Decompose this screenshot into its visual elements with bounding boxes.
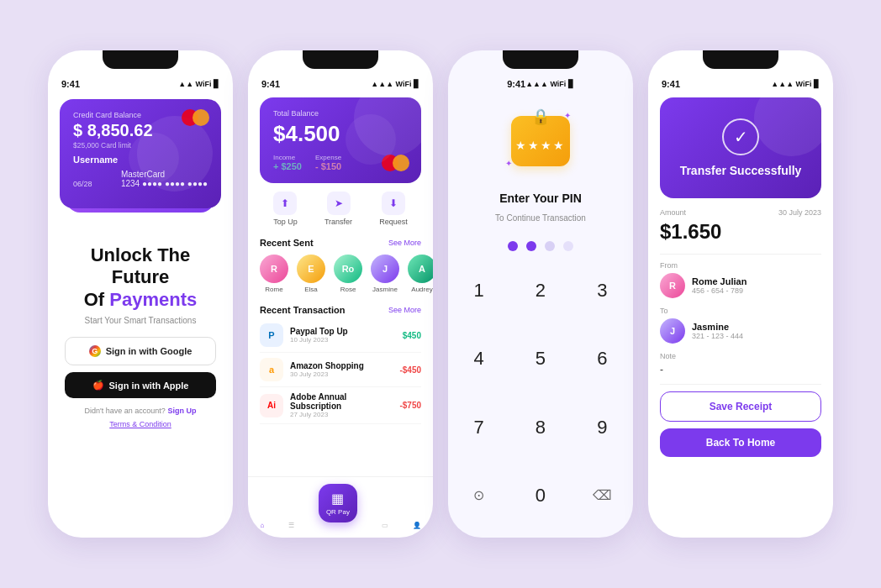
key-3[interactable]: 3 <box>572 265 633 317</box>
card-expiry: 06/28 <box>73 180 92 188</box>
tx-date-paypal: 10 July 2023 <box>290 336 396 344</box>
balance-card: Total Balance $4.500 Income + $250 Expen… <box>260 97 421 183</box>
transfer-button[interactable]: ➤ Transfer <box>324 192 352 226</box>
mc-orange-2 <box>393 155 409 171</box>
action-buttons: ⬆ Top Up ➤ Transfer ⬇ Request <box>248 183 433 231</box>
tx-icon-amazon: a <box>260 358 283 381</box>
unlock-line1: Unlock The Future <box>91 244 191 287</box>
key-2[interactable]: 2 <box>509 265 571 317</box>
request-icon: ⬇ <box>382 192 405 215</box>
status-bar-4: 9:41 ▲▲▲ WiFi ▊ <box>648 74 833 91</box>
to-name: Jasmine <box>692 322 743 332</box>
status-time-4: 9:41 <box>662 79 680 89</box>
nav-home[interactable]: ⌂ <box>260 522 264 529</box>
pin-dots <box>508 241 573 251</box>
google-icon: G <box>89 345 101 357</box>
key-1[interactable]: 1 <box>448 265 509 317</box>
sparkle-icon-2: ✦ <box>505 159 512 168</box>
profile-icon: 👤 <box>413 522 421 529</box>
qr-label: QR Pay <box>326 508 350 516</box>
name-rome: Rome <box>265 286 282 293</box>
pin-box-container: ★★★★ ✦ ✦ <box>499 108 583 175</box>
transfer-label: Transfer <box>324 218 352 226</box>
key-7[interactable]: 7 <box>448 402 509 454</box>
status-icons-4: ▲▲▲ WiFi ▊ <box>771 80 820 88</box>
key-backspace[interactable]: ⌫ <box>572 470 633 522</box>
phone-notch-2 <box>303 50 378 69</box>
mc-orange-circle <box>193 109 209 126</box>
note-value: - <box>660 364 821 375</box>
key-5[interactable]: 5 <box>509 333 571 385</box>
pin-stars: ★★★★ <box>515 139 566 152</box>
key-8[interactable]: 8 <box>509 402 571 454</box>
status-icons-1: ▲▲ WiFi ▊ <box>178 80 219 88</box>
login-body: Unlock The Future Of Payments Start Your… <box>48 221 233 538</box>
expense-val: - $150 <box>315 161 341 171</box>
qr-icon: ▦ <box>331 491 344 507</box>
credit-card: Credit Card Balance $ 8,850.62 $25,000 C… <box>60 99 221 208</box>
recent-tx-header: Recent Transaction See More <box>248 298 433 318</box>
key-6[interactable]: 6 <box>572 333 633 385</box>
name-elsa: Elsa <box>304 286 318 293</box>
avatar-audrey: A <box>408 255 433 283</box>
expense-label: Expense <box>315 154 341 161</box>
recent-sent-list: R Rome E Elsa Ro Rose J Jasmine A Audr <box>248 251 433 298</box>
income-val: + $250 <box>273 161 302 171</box>
pin-illustration: ★★★★ ✦ ✦ Enter Your PIN To Continue Tran… <box>495 108 586 258</box>
sent-rose: Ro Rose <box>334 255 362 293</box>
recent-tx-see-more[interactable]: See More <box>388 306 421 314</box>
google-signin-button[interactable]: G Sign in with Google <box>65 337 216 365</box>
balance-label: Total Balance <box>273 109 408 118</box>
topup-button[interactable]: ⬆ Top Up <box>273 192 298 226</box>
receipt-amount: $1.650 <box>660 220 821 244</box>
key-biometric[interactable]: ⊙ <box>448 470 509 522</box>
unlock-highlight: Payments <box>109 289 197 310</box>
card-icon: ▭ <box>382 522 388 529</box>
receipt-divider-2 <box>660 384 821 385</box>
receipt-from: From R Rome Julian 456 - 654 - 789 <box>660 261 821 298</box>
avatar-jasmine: J <box>371 255 399 283</box>
nav-profile[interactable]: 👤 <box>413 522 421 529</box>
key-4[interactable]: 4 <box>448 333 509 385</box>
tx-amount-amazon: -$450 <box>399 365 421 375</box>
to-label: To <box>660 307 821 315</box>
apple-signin-button[interactable]: 🍎 Sign in with Apple <box>65 372 216 398</box>
amount-label: Amount <box>660 208 686 217</box>
key-9[interactable]: 9 <box>572 402 633 454</box>
home-icon: ⌂ <box>260 522 264 529</box>
phone-notch-4 <box>703 50 778 69</box>
key-0[interactable]: 0 <box>509 470 571 522</box>
terms-link[interactable]: Terms & Condition <box>109 420 171 428</box>
nav-docs[interactable]: ☰ <box>288 522 294 529</box>
tx-date-amazon: 30 July 2023 <box>290 370 393 378</box>
topup-label: Top Up <box>273 218 298 226</box>
request-button[interactable]: ⬇ Request <box>379 192 408 226</box>
nav-card[interactable]: ▭ <box>382 522 388 529</box>
pin-subtitle: To Continue Transaction <box>495 213 586 223</box>
from-avatar: R <box>660 273 685 298</box>
card-number: MasterCard1234 ●●●● ●●●● ●●●● <box>121 170 208 188</box>
nav-qr-button[interactable]: ▦ QR Pay <box>319 484 357 522</box>
save-receipt-button[interactable]: Save Receipt <box>660 391 821 422</box>
tx-adobe: Ai Adobe Annual Subscription 27 July 202… <box>260 387 421 424</box>
tx-paypal: P Paypal Top Up 10 July 2023 $450 <box>260 318 421 353</box>
google-signin-label: Sign in with Google <box>106 346 193 356</box>
signup-link[interactable]: Sign Up <box>167 407 196 415</box>
tx-name-adobe: Adobe Annual Subscription <box>290 392 393 411</box>
to-acc: 321 - 123 - 444 <box>692 332 743 340</box>
sent-jasmine: J Jasmine <box>371 255 399 293</box>
from-name: Rome Julian <box>692 276 746 286</box>
status-icons-3: ▲▲▲ WiFi ▊ <box>525 80 574 88</box>
card-username: Username <box>73 155 208 165</box>
tx-icon-adobe: Ai <box>260 394 283 417</box>
balance-expense: Expense - $150 <box>315 154 341 171</box>
sent-audrey: A Audrey <box>408 255 433 293</box>
status-time-2: 9:41 <box>261 79 280 89</box>
unlock-title: Unlock The Future Of Payments <box>65 244 216 311</box>
receipt-divider-1 <box>660 254 821 255</box>
balance-amount: $4.500 <box>273 121 408 147</box>
success-title: Transfer Successfully <box>680 164 802 177</box>
card-area: Credit Card Balance $ 8,850.62 $25,000 C… <box>60 99 221 221</box>
recent-sent-see-more[interactable]: See More <box>388 239 421 247</box>
back-home-button[interactable]: Back To Home <box>660 428 821 457</box>
